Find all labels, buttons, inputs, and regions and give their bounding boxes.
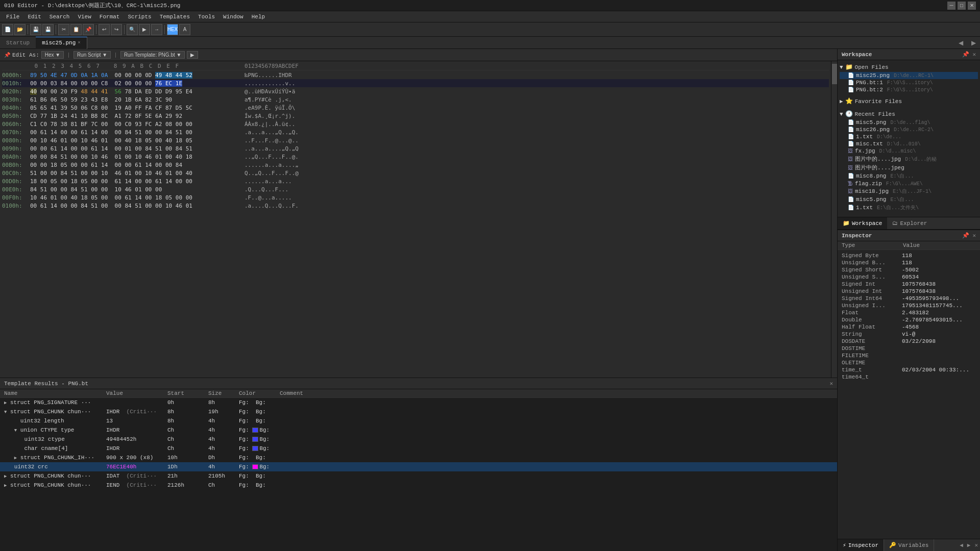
tab-scroll-right[interactable]: ▶ — [967, 39, 980, 46]
menu-scripts[interactable]: Scripts — [124, 13, 155, 21]
ws-item-misc26[interactable]: 📄 misc26.png D:\de...RC-2\ — [840, 126, 978, 133]
ws-tab-workspace[interactable]: 📁 Workspace — [838, 217, 887, 230]
menu-file[interactable]: File — [2, 13, 23, 21]
ws-item-1txtb[interactable]: 📄 1.txt E:\自...文件夹\ — [840, 204, 978, 212]
favorite-files-header[interactable]: ▶ ⭐ Favorite Files — [840, 96, 978, 106]
ws-item-misc18[interactable]: 🖼 misc18.jpg E:\自...JF-1\ — [840, 187, 978, 195]
menu-search[interactable]: Search — [45, 13, 74, 21]
1txtb-icon: 📄 — [848, 205, 854, 211]
menu-format[interactable]: Format — [95, 13, 124, 21]
insp-tab-variables[interactable]: 🔑 Variables — [884, 539, 934, 552]
ws-item-flagzip[interactable]: 🗜 flag.zip F:\G\...AWE\ — [840, 180, 978, 187]
tab-misc25[interactable]: misc25.png × — [36, 37, 87, 49]
template-row-png-chunk-idat[interactable]: ▶ struct PNG_CHUNK chun··· IDAT (Criti··… — [0, 471, 837, 481]
insp-unsigned-short: Unsigned S...60534 — [842, 273, 976, 281]
tab-startup[interactable]: Startup — [0, 37, 36, 49]
inspector-close-icon[interactable]: ✕ — [972, 233, 976, 239]
menu-view[interactable]: View — [74, 13, 95, 21]
open-files-header[interactable]: ▼ 📁 Open Files — [840, 62, 978, 72]
ws-tab-explorer-icon: 🗂 — [892, 220, 898, 227]
tab-scroll-left[interactable]: ◀ — [954, 39, 967, 46]
menu-window[interactable]: Window — [219, 13, 248, 21]
hex-view-button[interactable]: HEX — [167, 24, 178, 35]
menu-templates[interactable]: Templates — [156, 13, 194, 21]
template-row-uint32-length[interactable]: uint32 length 13 8h 4h Fg: Bg: — [0, 416, 837, 425]
ws-item-misctxt[interactable]: 📄 misc.txt D:\d...010\ — [840, 140, 978, 147]
insp-chevron-left[interactable]: ◀ — [958, 542, 965, 548]
run-template-button[interactable]: Run Template: PNG.bt ▼ — [120, 51, 185, 59]
hex-row-00C0[interactable]: 00C0h: 51 00 00 84 51 00 00 10 46 01 00 … — [2, 169, 829, 177]
hex-row-0090[interactable]: 0090h: 00 00 61 14 00 00 61 14 00 01 00 … — [2, 144, 829, 153]
new-button[interactable]: 📄 — [2, 24, 13, 35]
insp-close-icon[interactable]: ✕ — [972, 542, 980, 548]
hex-row-0000[interactable]: 0000h: 89 50 4E 47 0D 0A 1A 0A 00 00 00 … — [2, 71, 829, 79]
save-all-button[interactable]: 💾 — [42, 24, 54, 35]
hex-row-0010[interactable]: 0010h: 00 00 03 84 00 00 00 C8 02 00 00 … — [2, 79, 829, 87]
col-name: Name — [4, 390, 106, 396]
goto-button[interactable]: → — [151, 24, 162, 35]
template-row-png-chunk-ihdr[interactable]: ▼ struct PNG_CHUNK chun··· IHDR (Criti··… — [0, 407, 837, 416]
hex-row-00D0[interactable]: 00D0h: 18 00 05 00 18 05 00 00 61 14 00 … — [2, 177, 829, 185]
open-button[interactable]: 📂 — [14, 24, 26, 35]
ws-item-1txt[interactable]: 📄 1.txt D:\de... — [840, 133, 978, 140]
ws-item-pngbt1[interactable]: 📄 PNG.bt:1 F:\G\S...itory\ — [840, 79, 978, 86]
save-button[interactable]: 💾 — [30, 24, 41, 35]
ws-item-misc8[interactable]: 📄 misc8.png E:\自... — [840, 172, 978, 180]
template-row-png-chunk-iend[interactable]: ▶ struct PNG_CHUNK chun··· IEND (Criti··… — [0, 481, 837, 490]
run-template-go[interactable]: ▶ — [187, 51, 198, 59]
workspace-pin-icon[interactable]: 📌 — [962, 52, 969, 58]
paste-button[interactable]: 📌 — [83, 24, 94, 35]
template-row-char-cname[interactable]: char cname[4] IHDR Ch 4h Fg: Bg: — [0, 444, 837, 453]
hex-row-0030[interactable]: 0030h: 61 B6 06 50 59 23 43 E8 20 1B 6A … — [2, 95, 829, 104]
maximize-button[interactable]: □ — [958, 2, 966, 10]
menu-help[interactable]: Help — [248, 13, 269, 21]
ws-item-misc5b[interactable]: 📄 misc5.png E:\自... — [840, 195, 978, 204]
inspector-pin-icon[interactable]: 📌 — [962, 233, 969, 239]
cut-button[interactable]: ✂ — [58, 24, 69, 35]
copy-button[interactable]: 📋 — [70, 24, 82, 35]
ws-item-pngbt2[interactable]: 📄 PNG.bt:2 F:\G\S...itory\ — [840, 86, 978, 93]
template-row-png-chunk-ihdr-struct[interactable]: ▶ struct PNG_CHUNK_IH··· 900 x 200 (x8) … — [0, 453, 837, 462]
ws-item-tpicjpeg[interactable]: 🖼 图片中的....jpeg — [840, 163, 978, 172]
insp-tab-inspector[interactable]: ⚡ Inspector — [838, 539, 884, 552]
hex-row-0100[interactable]: 0100h: 00 61 14 00 00 84 51 00 00 84 51 … — [2, 202, 829, 210]
run-script-button[interactable]: Run Script ▼ — [74, 51, 111, 59]
template-row-png-signature[interactable]: ▶ struct PNG_SIGNATURE ··· 0h 8h Fg: Bg: — [0, 398, 837, 407]
hex-row-00F0[interactable]: 00F0h: 10 46 01 00 40 18 05 00 00 61 14 … — [2, 193, 829, 202]
minimize-button[interactable]: ─ — [947, 2, 955, 10]
menu-edit[interactable]: Edit — [23, 13, 45, 21]
template-table-header: Name Value Start Size Color Comment — [0, 389, 837, 398]
edit-as-dropdown[interactable]: Hex ▼ — [41, 51, 64, 59]
hex-row-0020[interactable]: 0020h: 40 00 00 20 F9 48 44 41 56 78 DA … — [2, 87, 829, 95]
hex-scrollbar[interactable] — [831, 61, 837, 378]
template-close-icon[interactable]: ✕ — [829, 380, 833, 387]
hex-row-00B0[interactable]: 00B0h: 00 00 18 05 00 00 61 14 00 00 61 … — [2, 161, 829, 169]
undo-button[interactable]: ↩ — [99, 24, 110, 35]
findnext-button[interactable]: ▶ — [139, 24, 150, 35]
hex-scrollbar-thumb[interactable] — [832, 64, 837, 84]
insp-chevron-right[interactable]: ▶ — [965, 542, 973, 548]
template-row-union-ctype[interactable]: ▼ union CTYPE type IHDR Ch 4h Fg: Bg: — [0, 425, 837, 435]
ws-item-fxjpg[interactable]: 🖼 fx.jpg D:\d...misc\ — [840, 147, 978, 155]
hex-row-0050[interactable]: 0050h: CD 77 1B 24 41 10 B8 8C A1 72 8F … — [2, 112, 829, 120]
hex-row-0040[interactable]: 0040h: 05 65 41 39 50 06 C8 00 19 A0 FF … — [2, 104, 829, 112]
redo-button[interactable]: ↪ — [111, 24, 122, 35]
ws-item-misc25[interactable]: 📄 misc25.png D:\de...RC-1\ — [840, 72, 978, 79]
recent-files-header[interactable]: ▼ 🕐 Recent Files — [840, 109, 978, 119]
hex-row-0080[interactable]: 0080h: 00 10 46 01 00 10 46 01 00 40 18 … — [2, 136, 829, 144]
workspace-close-icon[interactable]: ✕ — [972, 52, 976, 58]
ws-item-misc5[interactable]: 📄 misc5.png D:\de...flag\ — [840, 119, 978, 126]
find-button[interactable]: 🔍 — [127, 24, 138, 35]
ws-tab-explorer[interactable]: 🗂 Explorer — [887, 217, 932, 230]
hex-row-0070[interactable]: 0070h: 00 61 14 00 00 61 14 00 00 84 51 … — [2, 128, 829, 136]
hex-row-0060[interactable]: 0060h: C1 C0 78 38 81 BF 7C 00 00 C0 93 … — [2, 120, 829, 128]
ansi-view-button[interactable]: A — [179, 24, 190, 35]
hex-row-00A0[interactable]: 00A0h: 00 00 84 51 00 00 10 46 01 00 10 … — [2, 153, 829, 161]
tab-close-icon[interactable]: × — [78, 40, 80, 45]
ws-item-tpicjpg[interactable]: 🖼 图片中的....jpg D:\d...的秘 — [840, 155, 978, 163]
template-row-uint32-crc[interactable]: uint32 crc 76EC1E40h 1Dh 4h Fg: Bg: — [0, 462, 837, 471]
template-row-uint32-ctype[interactable]: uint32 ctype 49484452h Ch 4h Fg: Bg: — [0, 435, 837, 444]
menu-tools[interactable]: Tools — [194, 13, 219, 21]
hex-row-00E0[interactable]: 00E0h: 84 51 00 00 84 51 00 00 10 46 01 … — [2, 185, 829, 193]
close-button[interactable]: ✕ — [968, 2, 976, 10]
